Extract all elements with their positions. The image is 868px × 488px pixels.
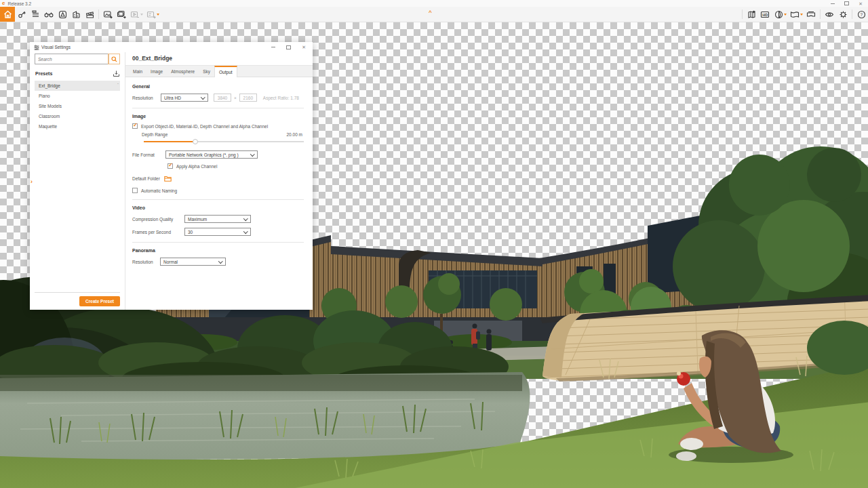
aspect-ratio-label: Aspect Ratio: 1.78 [263,96,299,100]
key-binding-icon[interactable] [15,7,28,22]
toolbar-collapse-chevron-icon[interactable]: ^ [429,9,432,16]
tab-output[interactable]: Output [214,66,237,77]
resolution-select[interactable]: Ultra HD [161,94,208,102]
output-tab-content: General Resolution Ultra HD 3840 × 2160 … [125,77,313,310]
bim-mode-icon[interactable] [28,7,42,22]
dialog-close-icon[interactable]: ✕ [302,45,306,49]
window-titlebar: e Release 3.2 ✕ [0,0,868,7]
chevron-down-icon [201,95,205,99]
video-header: Video [132,205,304,210]
preset-name-title: 00_Ext_Bridge [125,52,313,66]
video-export-caret-icon[interactable] [140,14,143,16]
preset-item[interactable]: Piano [35,91,120,101]
chevron-down-icon [243,216,248,220]
standalone-export-caret-icon[interactable] [157,14,159,16]
standalone-export-icon[interactable] [144,7,158,22]
panorama-caret-icon[interactable] [800,14,803,16]
dialog-titlebar[interactable]: Visual Settings ✕ [30,42,313,52]
resolution-label: Resolution [132,96,161,100]
preset-list: Ext_Bridge Piano Site Models Classroom M… [35,81,120,131]
visual-settings-icon [34,45,39,50]
preset-item[interactable]: Classroom [35,111,120,121]
fps-select[interactable]: 30 [184,228,251,236]
search-input[interactable] [35,54,108,64]
main-toolbar: HD ? [0,7,868,22]
file-format-select[interactable]: Portable Network Graphics (*. png ) [165,150,258,159]
chevron-down-icon [218,259,222,263]
video-export-icon[interactable] [128,7,142,22]
video-editor-icon[interactable] [83,7,96,22]
folder-icon[interactable] [164,176,172,182]
presets-panel: Presets Ext_Bridge Piano Site Models Cla… [30,52,125,310]
screenshot-export-icon[interactable] [101,7,115,22]
chevron-down-icon [250,152,254,156]
settings-panel: 00_Ext_Bridge Main Image Atmosphere Sky … [125,52,313,310]
view-management-icon[interactable] [56,7,69,22]
times-label: × [234,96,237,100]
preset-item[interactable]: Ext_Bridge [35,81,120,91]
settings-tabs: Main Image Atmosphere Sky Output [125,66,313,77]
export-channels-checkbox[interactable]: ✓ [132,123,138,129]
panorama-resolution-select[interactable]: Normal [160,258,226,266]
slider-handle[interactable] [193,139,198,144]
vr-headset-icon[interactable] [804,7,818,22]
panel-collapse-chevron-icon[interactable]: › [31,178,33,185]
tab-main[interactable]: Main [129,66,146,77]
export-channels-label: Export Object-ID, Material-ID, Depth Cha… [141,124,268,129]
panorama-resolution-label: Resolution [132,260,160,264]
apply-alpha-label: Apply Alpha Channel [176,164,217,169]
projection-icon[interactable] [772,7,785,22]
tab-atmosphere[interactable]: Atmosphere [167,66,199,77]
svg-text:HD: HD [762,13,768,17]
width-field: 3840 [214,94,231,102]
maximize-icon[interactable] [844,1,849,5]
automatic-naming-checkbox[interactable] [132,188,138,193]
dialog-title: Visual Settings [41,45,71,49]
tab-image[interactable]: Image [146,66,167,77]
general-header: General [132,84,304,89]
preset-item[interactable]: Site Models [35,101,120,111]
default-folder-label: Default Folder [132,176,160,181]
depth-range-value: 20.00 m [287,132,304,137]
chevron-down-icon [243,229,248,233]
projection-caret-icon[interactable] [784,14,787,16]
minimize-icon[interactable] [831,3,835,4]
window-title: Release 3.2 [7,1,31,6]
file-format-label: File Format [132,152,165,157]
preset-item[interactable]: Maquette [35,121,120,131]
compression-quality-select[interactable]: Maximum [184,215,251,223]
batch-rendering-icon[interactable] [115,7,128,22]
building-icon[interactable] [69,7,83,22]
apply-alpha-checkbox[interactable]: ✓ [167,163,173,169]
home-icon[interactable] [0,7,15,22]
fps-label: Frames per Second [132,230,184,235]
list-scroll-up-icon[interactable]: ˆ [117,83,119,87]
dialog-maximize-icon[interactable] [286,45,291,49]
automatic-naming-label: Automatic Naming [141,188,177,193]
search-button[interactable] [108,54,119,64]
depth-range-label: Depth Range [142,132,167,137]
pond-with-reeds [0,372,530,462]
compression-quality-label: Compression Quality [132,217,184,222]
binoculars-icon[interactable] [42,7,56,22]
settings-gear-icon[interactable] [836,7,850,22]
close-icon[interactable]: ✕ [859,1,863,6]
dialog-minimize-icon[interactable] [271,47,275,47]
enscape-logo-icon: e [2,1,5,6]
presets-header: Presets [35,71,52,76]
import-preset-icon[interactable] [113,70,119,77]
help-icon[interactable]: ? [854,7,868,22]
mini-map-icon[interactable] [745,7,758,22]
enscape-window: e Release 3.2 ✕ [0,0,868,488]
create-preset-button[interactable]: Create Preset [79,296,120,306]
visual-settings-dialog: › Visual Settings ✕ Presets [30,42,313,310]
svg-text:?: ? [860,12,863,16]
image-header: Image [132,114,304,119]
depth-range-slider[interactable] [144,141,304,142]
search-icon [111,56,117,62]
quality-hd-icon[interactable]: HD [758,7,772,22]
panorama-header: Panorama [132,248,304,253]
eye-preview-icon[interactable] [823,7,836,22]
tab-sky[interactable]: Sky [199,66,214,77]
panorama-icon[interactable] [788,7,802,22]
